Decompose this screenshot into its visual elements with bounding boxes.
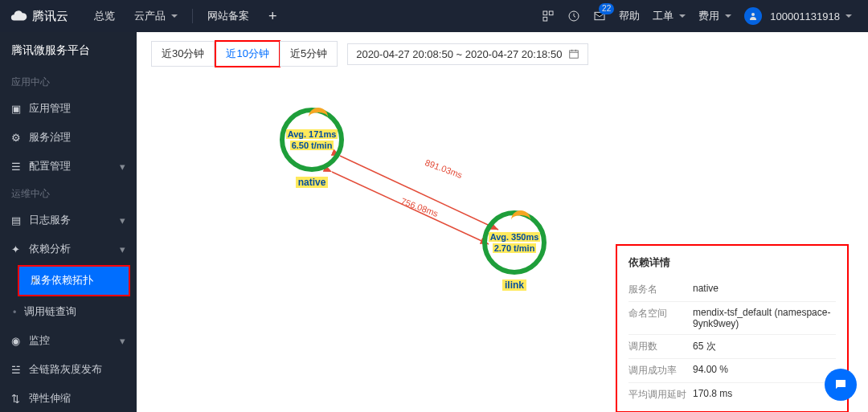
time-range-value: 2020-04-27 20:08:50 ~ 2020-04-27 20:18:5…: [356, 48, 562, 60]
sidebar-item-cfg-mgmt[interactable]: ☰配置管理▾: [0, 152, 137, 181]
node-avg: Avg. 171ms: [286, 129, 338, 139]
chevron-down-icon: ▾: [120, 335, 125, 347]
chevron-down-icon: [845, 14, 852, 18]
time-btn-5m[interactable]: 近5分钟: [280, 41, 338, 67]
sidebar-item-app-mgmt[interactable]: ▣应用管理: [0, 94, 137, 123]
panel-key-ns: 命名空间: [628, 307, 693, 329]
avatar-icon: [744, 7, 762, 25]
route-icon: ☱: [11, 364, 23, 375]
sidebar-section-ops: 运维中心: [0, 181, 137, 206]
nav-overview[interactable]: 总览: [84, 9, 125, 23]
chat-fab[interactable]: [825, 369, 857, 401]
svg-rect-6: [570, 51, 579, 58]
panel-key-success: 调用成功率: [628, 364, 693, 377]
cloud-logo-icon: [10, 7, 27, 25]
svg-rect-0: [543, 11, 547, 15]
topology-canvas: 891.03ms 756.08ms Avg. 171ms 6.50 t/min …: [151, 75, 854, 412]
sidebar-item-call-chain[interactable]: 调用链查询: [0, 298, 137, 326]
chevron-down-icon: [725, 14, 731, 18]
panel-key-service: 服务名: [628, 283, 693, 296]
time-range-picker[interactable]: 2020-04-27 20:08:50 ~ 2020-04-27 20:18:5…: [347, 43, 588, 65]
panel-val-latency: 170.8 ms: [693, 388, 836, 402]
sidebar-item-dep-analysis[interactable]: ✦依赖分析▾: [0, 235, 137, 263]
brand-logo[interactable]: 腾讯云: [10, 7, 68, 25]
svg-rect-2: [543, 17, 547, 21]
node-rate: 6.50 t/min: [290, 141, 334, 150]
sidebar-section-app: 应用中心: [0, 69, 137, 94]
panel-val-ns: mendix-tsf_default (namespace-9ynk9wey): [693, 307, 836, 329]
svg-rect-1: [550, 11, 554, 15]
detail-panel: 依赖详情 服务名native 命名空间mendix-tsf_default (n…: [616, 244, 849, 412]
monitor-icon: ◉: [11, 335, 23, 346]
topology-node-native[interactable]: Avg. 171ms 6.50 t/min native: [280, 108, 344, 188]
panel-key-latency: 平均调用延时: [628, 388, 693, 402]
chevron-down-icon: ▾: [120, 214, 125, 226]
scale-icon: ⇅: [11, 393, 23, 404]
nav-fee[interactable]: 费用: [698, 9, 731, 23]
svg-line-7: [340, 156, 498, 230]
sidebar-item-log[interactable]: ▤日志服务▾: [0, 206, 137, 235]
node-label: native: [296, 177, 329, 188]
sidebar-item-monitor[interactable]: ◉监控▾: [0, 326, 137, 355]
chevron-down-icon: [679, 14, 686, 18]
mail-badge: 22: [599, 3, 614, 14]
sidebar: 腾讯微服务平台 应用中心 ▣应用管理 ⚙服务治理 ☰配置管理▾ 运维中心 ▤日志…: [0, 32, 137, 412]
nav-mail-icon[interactable]: 22: [593, 10, 606, 22]
time-btn-30m[interactable]: 近30分钟: [151, 41, 215, 67]
node-rate: 2.70 t/min: [493, 243, 537, 253]
nav-clock-icon[interactable]: [567, 10, 580, 22]
chevron-down-icon: [171, 14, 178, 18]
highlight-box-sidebar: 服务依赖拓扑: [18, 265, 130, 296]
gear-icon: ⚙: [11, 132, 23, 143]
chevron-down-icon: ▾: [120, 243, 125, 255]
app-icon: ▣: [11, 103, 23, 114]
node-ring: Avg. 350ms 2.70 t/min: [482, 210, 547, 275]
sidebar-item-svc-gov[interactable]: ⚙服务治理: [0, 123, 137, 152]
panel-val-success: 94.00 %: [693, 364, 836, 377]
panel-title: 依赖详情: [628, 255, 836, 270]
chat-icon: [833, 377, 848, 392]
divider: [192, 9, 193, 23]
nav-shortcut-icon[interactable]: [542, 10, 555, 22]
link-icon: ✦: [11, 243, 23, 255]
topology-node-ilink[interactable]: Avg. 350ms 2.70 t/min ilink: [482, 210, 547, 291]
nav-help[interactable]: 帮助: [619, 9, 640, 23]
time-range-bar: 近30分钟 近10分钟 近5分钟 2020-04-27 20:08:50 ~ 2…: [151, 40, 854, 67]
sliders-icon: ☰: [11, 161, 23, 172]
sidebar-item-gray-release[interactable]: ☱全链路灰度发布: [0, 355, 137, 384]
panel-val-calls: 65 次: [693, 340, 836, 353]
nav-ticket[interactable]: 工单: [653, 9, 686, 23]
highlight-box-timebtn: 近10分钟: [215, 40, 280, 67]
panel-key-calls: 调用数: [628, 340, 693, 353]
sidebar-item-dep-topology[interactable]: 服务依赖拓扑: [19, 267, 129, 295]
main-content: 近30分钟 近10分钟 近5分钟 2020-04-27 20:08:50 ~ 2…: [137, 32, 868, 412]
calendar-icon: [568, 48, 579, 59]
nav-add[interactable]: +: [259, 8, 287, 25]
sidebar-title: 腾讯微服务平台: [0, 32, 137, 69]
node-ring: Avg. 171ms 6.50 t/min: [280, 108, 344, 172]
nav-site-record[interactable]: 网站备案: [198, 9, 259, 23]
sidebar-item-elastic[interactable]: ⇅弹性伸缩: [0, 384, 137, 412]
nav-cloud-products[interactable]: 云产品: [125, 9, 187, 23]
top-nav: 腾讯云 总览 云产品 网站备案 + 22 帮助 工单 费用 1000011319…: [0, 0, 868, 32]
svg-point-5: [751, 13, 755, 16]
panel-val-service: native: [693, 283, 836, 296]
node-label: ilink: [502, 279, 526, 291]
nav-account[interactable]: 100001131918: [744, 7, 852, 25]
time-btn-10m[interactable]: 近10分钟: [216, 42, 278, 66]
node-avg: Avg. 350ms: [489, 232, 541, 242]
log-icon: ▤: [11, 214, 23, 226]
chevron-down-icon: ▾: [120, 161, 125, 173]
